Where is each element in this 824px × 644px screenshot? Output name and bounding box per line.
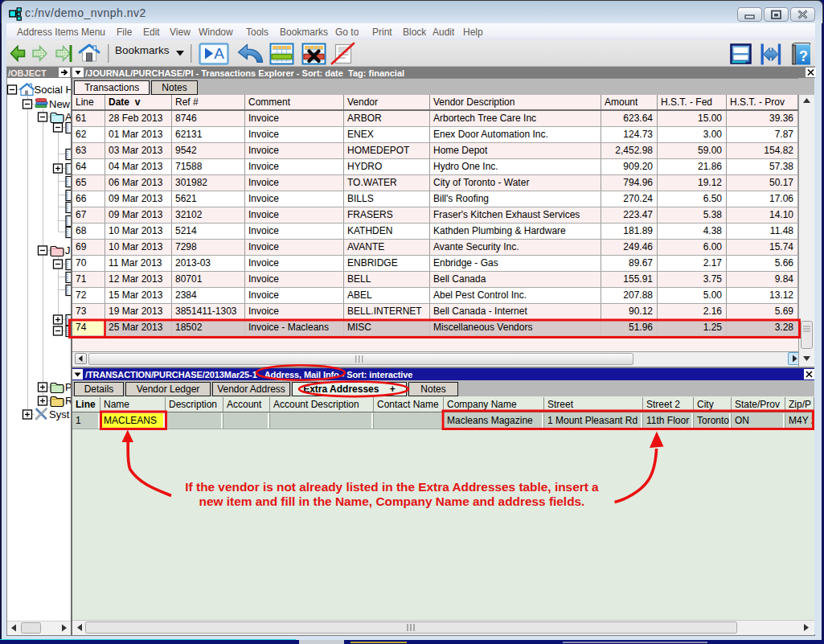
svg-text:?: ? — [799, 48, 808, 64]
svg-text:R: R — [65, 395, 71, 407]
svg-text:J: J — [65, 244, 71, 256]
svg-text:A: A — [65, 111, 71, 123]
svg-text:Social H: Social H — [35, 84, 72, 96]
svg-text:Syst: Syst — [49, 408, 70, 420]
svg-text:P: P — [65, 381, 71, 393]
svg-text:New: New — [49, 98, 71, 110]
svg-text:A: A — [214, 45, 224, 62]
